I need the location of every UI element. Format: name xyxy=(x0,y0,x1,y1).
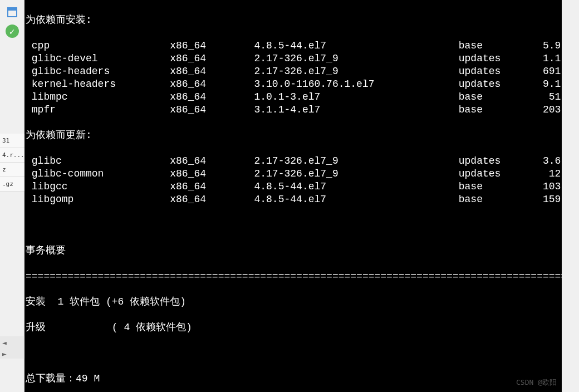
file-item[interactable]: z xyxy=(0,163,24,177)
file-item[interactable]: 4.r... xyxy=(0,148,24,163)
package-row: glibc-headers x86_64 2.17-326.el7_9 upda… xyxy=(26,65,561,78)
right-strip xyxy=(562,0,579,392)
package-row: mpfr x86_64 3.1.1-4.el7 base 203 k xyxy=(26,104,561,116)
file-item[interactable]: 31 xyxy=(0,134,24,148)
upgrade-summary: 升级 ( 4 依赖软件包) xyxy=(26,321,561,334)
package-row: libgcc x86_64 4.8.5-44.el7 base 103 k xyxy=(26,180,561,193)
package-row: glibc-devel x86_64 2.17-326.el7_9 update… xyxy=(26,52,561,65)
package-row: glibc-common x86_64 2.17-326.el7_9 updat… xyxy=(26,168,561,180)
total-download: 总下载量：49 M xyxy=(26,373,561,385)
blank-line xyxy=(26,219,561,232)
scroll-left-icon[interactable]: ◄ xyxy=(2,339,11,347)
update-package-list: glibc x86_64 2.17-326.el7_9 updates 3.6 … xyxy=(26,155,561,206)
file-item[interactable]: .gz xyxy=(0,177,24,192)
section-header: 为依赖而安装: xyxy=(26,14,561,27)
package-row: cpp x86_64 4.8.5-44.el7 base 5.9 M xyxy=(26,40,561,52)
install-package-list: cpp x86_64 4.8.5-44.el7 base 5.9 M glibc… xyxy=(26,40,561,116)
package-row: libmpc x86_64 1.0.1-3.el7 base 51 k xyxy=(26,91,561,104)
terminal-output: 为依赖而安装: cpp x86_64 4.8.5-44.el7 base 5.9… xyxy=(24,0,562,392)
window-maximize-icon[interactable] xyxy=(6,6,19,19)
package-row: glibc x86_64 2.17-326.el7_9 updates 3.6 … xyxy=(26,155,561,168)
divider: ========================================… xyxy=(26,270,561,283)
svg-rect-1 xyxy=(8,8,17,11)
summary-header: 事务概要 xyxy=(26,244,561,257)
section-header: 为依赖而更新: xyxy=(26,129,561,142)
blank-line xyxy=(26,347,561,360)
sidebar: ✓ xyxy=(0,0,24,392)
scroll-right-icon[interactable]: ► xyxy=(2,350,11,359)
file-strip: 31 4.r... z .gz xyxy=(0,134,24,192)
package-row: kernel-headers x86_64 3.10.0-1160.76.1.e… xyxy=(26,78,561,91)
check-circle-icon: ✓ xyxy=(6,24,19,38)
scrollbar-corner: ◄ ► xyxy=(0,336,24,359)
install-summary: 安装 1 软件包 (+6 依赖软件包) xyxy=(26,296,561,308)
package-row: libgomp x86_64 4.8.5-44.el7 base 159 k xyxy=(26,193,561,206)
watermark: CSDN @欧阳 xyxy=(516,378,557,388)
